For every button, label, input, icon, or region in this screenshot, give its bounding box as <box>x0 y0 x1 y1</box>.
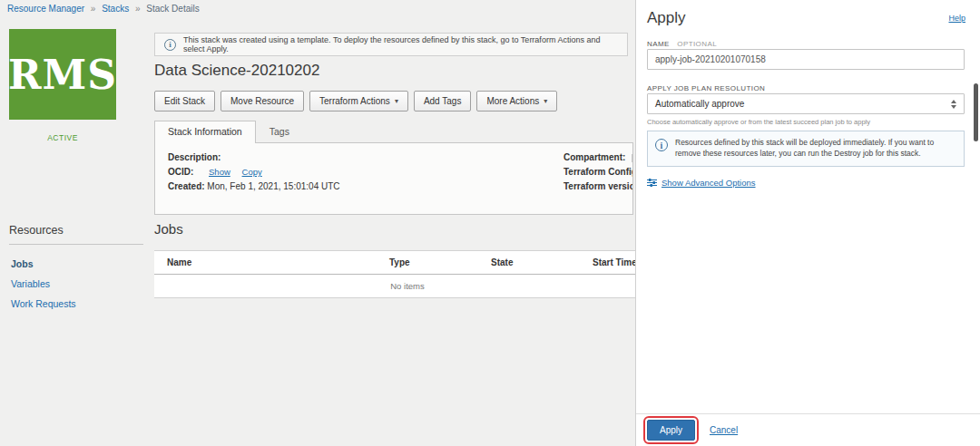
edit-stack-label: Edit Stack <box>164 96 205 106</box>
apply-panel-footer: Apply Cancel <box>636 413 980 446</box>
breadcrumb: Resource Manager » Stacks » Stack Detail… <box>7 4 200 14</box>
compartment-field: Compartment: <box>564 152 633 162</box>
select-spinner-icon <box>951 100 956 109</box>
breadcrumb-resource-manager[interactable]: Resource Manager <box>7 4 84 14</box>
description-label: Description: <box>168 152 220 162</box>
stack-logo: RMS <box>9 29 116 120</box>
stack-logo-text: RMS <box>8 52 117 98</box>
banner-text: This stack was created using a template.… <box>183 35 618 53</box>
redacted-value <box>632 154 633 162</box>
plan-resolution-hint: Choose automatically approve or from the… <box>647 118 870 126</box>
sliders-icon <box>647 178 657 188</box>
move-resource-button[interactable]: Move Resource <box>220 91 304 112</box>
apply-panel: Apply Help NAME OPTIONAL APPLY JOB PLAN … <box>635 0 980 446</box>
name-field-label: NAME OPTIONAL <box>647 40 717 48</box>
info-icon <box>655 139 668 151</box>
compartment-label: Compartment: <box>564 152 625 162</box>
terraform-version-field: Terraform version: 0.13.x <box>564 181 633 191</box>
plan-resolution-value: Automatically approve <box>655 99 744 109</box>
breadcrumb-separator: » <box>91 4 96 14</box>
terraform-actions-label: Terraform Actions <box>319 96 390 106</box>
resources-heading: Resources <box>9 224 64 237</box>
stack-tabs: Stack Information Tags <box>154 121 303 142</box>
add-tags-button[interactable]: Add Tags <box>414 91 472 112</box>
terraform-config-label: Terraform Configuration Fi <box>564 167 633 177</box>
stack-actions-toolbar: Edit Stack Move Resource Terraform Actio… <box>154 91 557 112</box>
breadcrumb-separator: » <box>135 4 141 14</box>
resources-divider <box>9 244 143 245</box>
help-link[interactable]: Help <box>948 14 965 23</box>
apply-button[interactable]: Apply <box>647 420 695 441</box>
show-advanced-options-link[interactable]: Show Advanced Options <box>647 178 756 188</box>
column-state: State <box>478 257 580 267</box>
ocid-show-link[interactable]: Show <box>209 167 230 177</box>
jobs-empty-row: No items <box>154 275 661 298</box>
move-resource-label: Move Resource <box>230 96 294 106</box>
tab-stack-information[interactable]: Stack Information <box>154 121 256 143</box>
page-title: Data Science-20210202 <box>154 62 319 80</box>
more-actions-label: More Actions <box>486 96 539 106</box>
ocid-label: OCID: <box>168 167 193 177</box>
jobs-table-header: Name Type State Start Time <box>154 251 661 275</box>
show-advanced-options-label: Show Advanced Options <box>662 178 756 188</box>
name-optional-label: OPTIONAL <box>677 40 717 48</box>
sidebar-item-jobs[interactable]: Jobs <box>9 254 143 274</box>
breadcrumb-stacks[interactable]: Stacks <box>102 4 129 14</box>
jobs-heading: Jobs <box>154 221 183 237</box>
column-type: Type <box>377 257 478 267</box>
terraform-actions-button[interactable]: Terraform Actions ▾ <box>309 91 408 112</box>
stack-info-right-column: Compartment: Terraform Configuration Fi … <box>564 152 633 196</box>
stack-information-panel: Description: OCID: Show Copy Created: Mo… <box>154 142 633 215</box>
ocid-copy-link[interactable]: Copy <box>242 167 262 177</box>
terraform-config-field: Terraform Configuration Fi <box>564 167 633 177</box>
terraform-version-label: Terraform version: <box>564 181 633 191</box>
breadcrumb-stack-details: Stack Details <box>146 4 199 14</box>
edit-stack-button[interactable]: Edit Stack <box>154 91 215 112</box>
apply-panel-title: Apply <box>647 9 686 27</box>
name-label: NAME <box>647 40 670 48</box>
created-label: Created: <box>168 181 205 191</box>
status-badge: ACTIVE <box>9 133 116 142</box>
template-info-banner: This stack was created using a template.… <box>154 33 628 56</box>
resources-list: Jobs Variables Work Requests <box>9 254 143 314</box>
sidebar-item-variables[interactable]: Variables <box>9 274 143 294</box>
plan-resolution-select[interactable]: Automatically approve <box>647 93 965 114</box>
plan-resolution-label: APPLY JOB PLAN RESOLUTION <box>647 84 765 92</box>
deploy-info-box: Resources defined by this stack will be … <box>647 131 965 167</box>
job-name-input[interactable] <box>647 49 965 70</box>
cancel-link[interactable]: Cancel <box>710 425 738 435</box>
sidebar-item-work-requests[interactable]: Work Requests <box>9 294 143 314</box>
info-icon <box>164 39 176 51</box>
tab-tags[interactable]: Tags <box>256 121 303 142</box>
panel-scrollbar[interactable] <box>974 83 978 141</box>
deploy-info-text: Resources defined by this stack will be … <box>675 137 956 160</box>
column-name: Name <box>154 257 377 267</box>
chevron-down-icon: ▾ <box>544 97 547 105</box>
created-value: Mon, Feb 1, 2021, 15:01:04 UTC <box>207 181 339 191</box>
jobs-table: Name Type State Start Time No items <box>154 250 661 298</box>
chevron-down-icon: ▾ <box>395 97 398 105</box>
add-tags-label: Add Tags <box>424 96 462 106</box>
more-actions-button[interactable]: More Actions ▾ <box>476 91 557 112</box>
